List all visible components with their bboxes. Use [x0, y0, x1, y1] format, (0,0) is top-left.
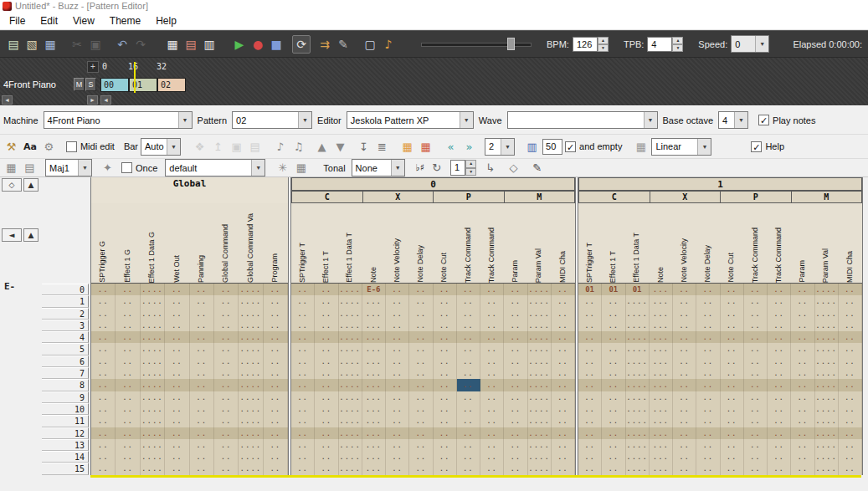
- pattern-combo[interactable]: 02 ▼: [232, 111, 312, 129]
- grid-cell[interactable]: ..: [409, 415, 433, 427]
- grid-cell[interactable]: ..: [721, 451, 744, 463]
- grid-cell[interactable]: ..: [264, 343, 288, 355]
- grid-cell[interactable]: ..: [214, 343, 239, 355]
- grid-cell[interactable]: ..: [165, 284, 189, 295]
- grid-cell[interactable]: ....: [339, 295, 362, 307]
- grid-cell[interactable]: ..: [386, 308, 409, 320]
- grid-cell[interactable]: ....: [528, 391, 552, 403]
- grid-cell[interactable]: ...: [362, 391, 386, 403]
- grid-cell[interactable]: ....: [626, 367, 650, 379]
- grid-cell[interactable]: ..: [673, 439, 696, 451]
- grid-cell[interactable]: ....: [239, 308, 263, 320]
- grid-cell[interactable]: ..: [673, 415, 696, 427]
- grid-cell[interactable]: ..: [839, 427, 862, 439]
- grid-cell[interactable]: ..: [791, 320, 814, 331]
- grid-cell[interactable]: ..: [791, 331, 814, 343]
- grid-cell[interactable]: ....: [528, 331, 552, 343]
- grid-cell[interactable]: ..: [116, 391, 140, 403]
- grid-cell[interactable]: ..: [409, 403, 433, 415]
- grid-cell[interactable]: ....: [626, 439, 650, 451]
- grid-cell[interactable]: ....: [141, 391, 165, 403]
- grid-cell[interactable]: ....: [339, 451, 362, 463]
- grid-cell[interactable]: ..: [504, 391, 527, 403]
- grid-cell[interactable]: ..: [839, 308, 862, 320]
- grid-cell[interactable]: ..: [315, 367, 338, 379]
- row-number[interactable]: 7: [42, 367, 89, 379]
- grid-cell[interactable]: ....: [528, 451, 552, 463]
- grid-cell[interactable]: ..: [386, 343, 409, 355]
- grid-cell[interactable]: ..: [434, 367, 457, 379]
- add-pattern-button[interactable]: +: [87, 61, 99, 73]
- grid-cell[interactable]: ....: [528, 403, 552, 415]
- grid-cell[interactable]: ..: [578, 463, 602, 474]
- grid-cell[interactable]: ..: [504, 427, 527, 439]
- row-number[interactable]: 10: [42, 403, 89, 415]
- grid-cell[interactable]: ..: [291, 439, 315, 451]
- grid-cell[interactable]: ..: [791, 367, 814, 379]
- grid-cell[interactable]: ..: [165, 379, 189, 391]
- grid-cell[interactable]: ....: [239, 427, 263, 439]
- grid-cell[interactable]: ..: [578, 295, 602, 307]
- grid-cell[interactable]: ..: [552, 379, 575, 391]
- grid-cell[interactable]: ..: [291, 403, 315, 415]
- insert-row-icon[interactable]: ↧: [356, 139, 372, 155]
- grid-cell[interactable]: ..: [744, 343, 768, 355]
- grid-cell[interactable]: ..: [578, 367, 602, 379]
- grid-cell[interactable]: ..: [602, 403, 625, 415]
- grid-cell[interactable]: ..: [315, 295, 338, 307]
- grid-cell[interactable]: ..: [214, 427, 239, 439]
- grid-cell[interactable]: ..: [315, 379, 338, 391]
- grid-cell[interactable]: ..: [696, 355, 720, 367]
- grid-cell[interactable]: ..: [264, 403, 288, 415]
- grid-cell[interactable]: ...: [362, 355, 386, 367]
- dropdown-arrow-icon[interactable]: ▼: [251, 160, 265, 176]
- grid-cell[interactable]: ....: [141, 343, 165, 355]
- grid-cell[interactable]: ..: [744, 403, 768, 415]
- grid-cell[interactable]: ....: [141, 379, 165, 391]
- grid-cell[interactable]: ..: [602, 463, 625, 474]
- grid-cell[interactable]: ..: [552, 308, 575, 320]
- grid-cell[interactable]: ....: [626, 379, 650, 391]
- grid-cell[interactable]: ..: [696, 379, 720, 391]
- grid-cell[interactable]: ..: [190, 284, 214, 295]
- dropdown-arrow-icon[interactable]: ▼: [501, 139, 514, 155]
- grid-cell[interactable]: ..: [165, 320, 189, 331]
- histogram-icon[interactable]: ▥: [524, 139, 540, 155]
- grid-cell[interactable]: ..: [552, 367, 575, 379]
- grid-cell[interactable]: ..: [291, 427, 315, 439]
- grid-cell[interactable]: ..: [409, 331, 433, 343]
- grid-cell[interactable]: ....: [815, 308, 839, 320]
- grid-cell[interactable]: ..: [504, 295, 527, 307]
- grid-cell[interactable]: ..: [190, 463, 214, 474]
- grid-cell[interactable]: ..: [552, 415, 575, 427]
- grid-cell[interactable]: ..: [165, 463, 189, 474]
- grid-cell[interactable]: ....: [528, 343, 552, 355]
- grid-cell[interactable]: ..: [673, 379, 696, 391]
- grid-cell[interactable]: ..: [578, 320, 602, 331]
- grid-cell[interactable]: ...: [362, 367, 386, 379]
- grid-cell[interactable]: ..: [409, 284, 433, 295]
- grid-cell[interactable]: ....: [339, 331, 362, 343]
- grid-cell[interactable]: ..: [552, 403, 575, 415]
- grid-cell[interactable]: ....: [815, 343, 839, 355]
- grid-cell[interactable]: ....: [141, 403, 165, 415]
- grid-cell[interactable]: 01: [578, 284, 602, 295]
- grid-cell[interactable]: ..: [721, 391, 744, 403]
- step-combo[interactable]: 2▼: [485, 138, 515, 156]
- menu-bar[interactable]: FileEditViewThemeHelp: [0, 12, 868, 30]
- grid-cell[interactable]: ...: [362, 343, 386, 355]
- grid-cell[interactable]: ..: [721, 415, 744, 427]
- repeat-spin[interactable]: 1▲▼: [450, 160, 476, 176]
- grid-cell[interactable]: ..: [91, 331, 116, 343]
- grid-cell[interactable]: ..: [457, 295, 480, 307]
- row-number[interactable]: 15: [42, 463, 89, 474]
- grid-cell[interactable]: ..: [190, 343, 214, 355]
- menu-help[interactable]: Help: [148, 13, 184, 29]
- grid-cell[interactable]: ..: [91, 379, 116, 391]
- grid-cell[interactable]: ..: [791, 451, 814, 463]
- spin-down-icon[interactable]: ▼: [672, 44, 683, 52]
- grid-cell[interactable]: ..: [602, 415, 625, 427]
- grid-cell[interactable]: ..: [214, 451, 239, 463]
- sequence-view-icon[interactable]: ▥: [200, 35, 218, 54]
- matrix-icon[interactable]: ▦: [293, 160, 309, 176]
